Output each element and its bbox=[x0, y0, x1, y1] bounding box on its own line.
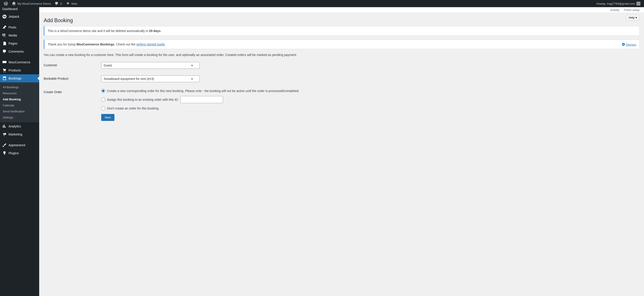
sidebar-item-label: Products bbox=[8, 68, 21, 72]
demo-notice: This is a WooCommerce demo site and it w… bbox=[44, 26, 640, 36]
sidebar-item-label: Analytics bbox=[8, 124, 21, 128]
sidebar-item-jetpack[interactable]: Jetpack bbox=[0, 12, 39, 20]
activity-link[interactable]: Activity bbox=[610, 8, 619, 12]
analytics-icon bbox=[2, 124, 7, 128]
radio-existing-order[interactable]: Assign this booking to an existing order… bbox=[101, 96, 640, 103]
sidebar-item-bookings[interactable]: Bookings bbox=[0, 74, 39, 82]
notice-days: 29 days bbox=[149, 29, 160, 33]
svg-point-0 bbox=[2, 14, 6, 18]
comments-link[interactable]: 0 bbox=[52, 0, 64, 7]
dismiss-label: Dismiss bbox=[626, 43, 636, 46]
sidebar-item-plugins[interactable]: Plugins bbox=[0, 149, 39, 157]
product-select[interactable]: Snowboard equipment for rent (#13) ▾ bbox=[101, 76, 200, 82]
radio-label: Don't create an order for this booking. bbox=[107, 106, 160, 110]
admin-bar: My WooCommerce Demo 0 New Howdy, mag7793… bbox=[0, 0, 644, 7]
page-title: Add Booking bbox=[44, 13, 640, 26]
notice2-before: Thank you for trying bbox=[48, 42, 76, 46]
site-link[interactable]: My WooCommerce Demo bbox=[10, 0, 52, 7]
top-admin-tabs: Activity Finish setup bbox=[39, 7, 644, 13]
page-icon bbox=[2, 41, 7, 46]
megaphone-icon bbox=[2, 132, 7, 136]
plug-icon bbox=[2, 151, 7, 156]
radio-no-order-input[interactable] bbox=[101, 106, 105, 110]
products-icon bbox=[2, 68, 7, 72]
chevron-down-icon: ▾ bbox=[636, 16, 637, 19]
sidebar-item-label: Media bbox=[8, 34, 17, 37]
chevron-down-icon: ▾ bbox=[191, 64, 193, 67]
sidebar-item-label: Bookings bbox=[8, 76, 22, 80]
sidebar-item-appearance[interactable]: Appearance bbox=[0, 141, 39, 149]
main-content: Activity Finish setup Help ▾ Add Booking… bbox=[39, 7, 644, 296]
radio-label: Create a new corresponding order for thi… bbox=[107, 89, 299, 93]
order-label: Create Order bbox=[44, 89, 101, 121]
dismiss-icon bbox=[622, 42, 625, 47]
sidebar-item-label: Pages bbox=[8, 42, 18, 45]
notice2-mid: . Check out the bbox=[114, 42, 136, 46]
woocommerce-icon bbox=[2, 60, 7, 64]
bookings-notice: Thank you for trying WooCommerce Booking… bbox=[44, 40, 640, 49]
radio-new-order-input[interactable] bbox=[101, 89, 105, 93]
radio-label: Assign this booking to an existing order… bbox=[107, 98, 179, 102]
sidebar-item-woocommerce[interactable]: WooCommerce bbox=[0, 58, 39, 66]
notice2-bold: WooCommerce Bookings bbox=[76, 42, 114, 46]
next-button[interactable]: Next bbox=[101, 114, 114, 121]
svg-rect-1 bbox=[2, 61, 6, 63]
howdy-text: Howdy, mag7793@gmail.com bbox=[596, 2, 635, 5]
sidebar-item-products[interactable]: Products bbox=[0, 66, 39, 74]
sidebar-item-label: Dashboard bbox=[2, 7, 18, 11]
customer-value: Guest bbox=[104, 64, 112, 67]
admin-sidebar: Dashboard Jetpack Posts Media Pages Comm… bbox=[0, 7, 39, 296]
pin-icon bbox=[2, 25, 7, 30]
submenu-resources[interactable]: Resources bbox=[0, 90, 39, 96]
site-name: My WooCommerce Demo bbox=[18, 2, 51, 5]
submenu-send-notification[interactable]: Send Notification bbox=[0, 108, 39, 114]
submenu-calendar[interactable]: Calendar bbox=[0, 102, 39, 108]
sidebar-item-label: Posts bbox=[8, 26, 16, 29]
customer-select[interactable]: Guest ▾ bbox=[101, 62, 200, 69]
plus-icon bbox=[66, 1, 70, 6]
avatar bbox=[636, 2, 640, 6]
sidebar-item-analytics[interactable]: Analytics bbox=[0, 122, 39, 130]
sidebar-item-label: WooCommerce bbox=[8, 60, 30, 64]
help-button[interactable]: Help ▾ bbox=[626, 15, 640, 20]
notice-text: This is a WooCommerce demo site and it w… bbox=[48, 29, 149, 33]
sidebar-item-label: Marketing bbox=[8, 132, 22, 136]
customer-label: Customer bbox=[44, 62, 101, 69]
existing-order-id-input[interactable] bbox=[180, 96, 223, 103]
wordpress-icon bbox=[4, 1, 8, 6]
getting-started-link[interactable]: getting started guide bbox=[136, 42, 165, 46]
radio-existing-order-input[interactable] bbox=[101, 98, 105, 102]
sidebar-item-comments[interactable]: Comments bbox=[0, 48, 39, 56]
sidebar-item-marketing[interactable]: Marketing bbox=[0, 130, 39, 138]
finish-setup-link[interactable]: Finish setup bbox=[624, 8, 640, 12]
radio-no-order[interactable]: Don't create an order for this booking. bbox=[101, 106, 640, 110]
sidebar-item-pages[interactable]: Pages bbox=[0, 40, 39, 48]
sidebar-item-dashboard[interactable]: Dashboard bbox=[0, 7, 39, 12]
home-icon bbox=[12, 1, 16, 6]
sidebar-item-media[interactable]: Media bbox=[0, 31, 39, 40]
radio-new-order[interactable]: Create a new corresponding order for thi… bbox=[101, 89, 640, 93]
new-link[interactable]: New bbox=[64, 0, 79, 7]
account-link[interactable]: Howdy, mag7793@gmail.com bbox=[594, 0, 642, 7]
calendar-icon bbox=[2, 76, 7, 80]
submenu-all-bookings[interactable]: All Bookings bbox=[0, 84, 39, 90]
media-icon bbox=[2, 33, 7, 38]
comment-icon bbox=[54, 1, 59, 6]
sidebar-item-label: Comments bbox=[8, 50, 24, 53]
product-value: Snowboard equipment for rent (#13) bbox=[104, 77, 154, 80]
submenu-add-booking[interactable]: Add Booking bbox=[0, 96, 39, 102]
notice-text-after: . bbox=[160, 29, 162, 33]
sidebar-item-label: Jetpack bbox=[8, 15, 19, 18]
submenu-settings[interactable]: Settings bbox=[0, 114, 39, 120]
sidebar-item-posts[interactable]: Posts bbox=[0, 23, 39, 31]
chevron-down-icon: ▾ bbox=[191, 77, 193, 80]
sidebar-item-label: Plugins bbox=[8, 151, 19, 155]
wp-logo[interactable] bbox=[2, 0, 10, 7]
comments-icon bbox=[2, 49, 7, 54]
notice2-after: . bbox=[165, 42, 166, 46]
dismiss-button[interactable]: Dismiss bbox=[622, 42, 636, 47]
brush-icon bbox=[2, 143, 7, 147]
page-description: You can create a new booking for a custo… bbox=[44, 53, 640, 57]
new-label: New bbox=[72, 2, 77, 5]
jetpack-icon bbox=[2, 14, 7, 19]
